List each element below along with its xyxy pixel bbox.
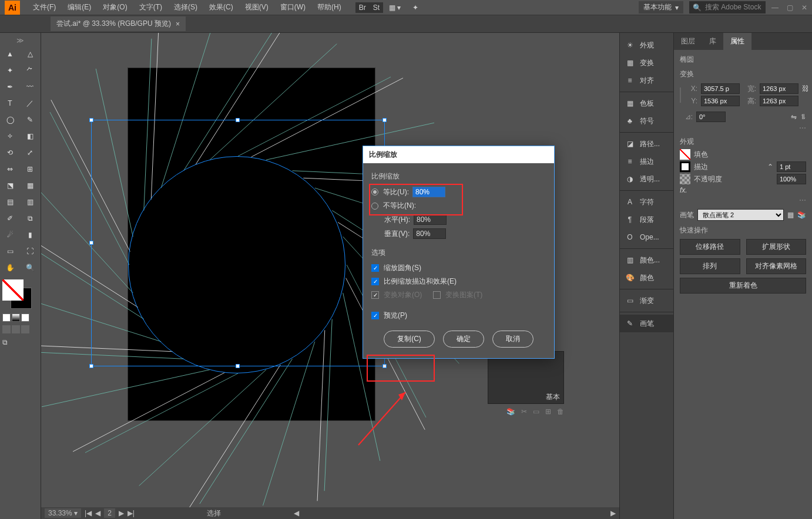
brush-tool[interactable]: ✎ <box>20 112 40 128</box>
brush-select[interactable]: 散点画笔 2 <box>697 209 784 221</box>
opacity-input[interactable] <box>777 174 806 184</box>
stock-button[interactable]: St <box>370 2 383 13</box>
ellipse-tool[interactable]: ◯ <box>0 112 20 128</box>
btn-ok[interactable]: 确定 <box>443 331 484 348</box>
menu-view[interactable]: 视图(V) <box>239 2 274 12</box>
dock-character[interactable]: A字符 <box>620 193 673 211</box>
nav-first-icon[interactable]: |◀ <box>85 509 92 517</box>
draw-inside-icon[interactable] <box>21 325 29 333</box>
line-tool[interactable]: ／ <box>20 95 40 112</box>
stroke-color-swatch[interactable] <box>680 161 690 172</box>
screen-mode-icon[interactable]: ⧉ <box>2 338 38 346</box>
handle-nw[interactable] <box>89 118 93 122</box>
options-icon[interactable]: ▭ <box>533 407 539 416</box>
opacity-swatch[interactable] <box>680 174 690 184</box>
library-icon[interactable]: 📚 <box>506 407 515 416</box>
perspective-tool[interactable]: ▦ <box>20 177 40 194</box>
tab-properties[interactable]: 属性 <box>723 33 751 50</box>
radio-nonuniform[interactable] <box>371 203 378 210</box>
dock-gradient[interactable]: ▭渐变 <box>620 292 673 309</box>
brush-panel-icon[interactable]: ▦ <box>787 211 794 219</box>
dock-brushes[interactable]: ✎画笔 <box>620 315 673 332</box>
appearance-more-icon[interactable]: ⋯ <box>680 196 806 204</box>
menu-select[interactable]: 选择(S) <box>168 2 203 12</box>
uniform-input[interactable] <box>412 187 445 197</box>
dock-colorguide[interactable]: ▥颜色... <box>620 251 673 269</box>
dock-pathfinder[interactable]: ◪路径... <box>620 135 673 153</box>
brushes-panel-flyout[interactable]: 基本 <box>488 351 564 404</box>
tab-libraries[interactable]: 库 <box>702 33 723 50</box>
artboard-num[interactable]: 2 <box>104 508 115 518</box>
tab-close-icon[interactable]: × <box>176 20 180 28</box>
shaper-tool[interactable]: ✧ <box>0 128 20 144</box>
btn-copy[interactable]: 复制(C) <box>384 331 435 348</box>
brush-lib-icon[interactable]: 📚 <box>797 211 806 219</box>
link-icon[interactable]: ⛓ <box>802 85 809 93</box>
handle-sw[interactable] <box>89 364 93 368</box>
btn-arrange[interactable]: 排列 <box>680 258 740 274</box>
gradient-tool[interactable]: ▥ <box>20 194 40 210</box>
y-input[interactable] <box>701 96 740 106</box>
nav-prev-icon[interactable]: ◀ <box>95 509 100 517</box>
btn-recolor[interactable]: 重新着色 <box>680 278 806 294</box>
dock-align[interactable]: ≡对齐 <box>620 72 673 89</box>
btn-align-pixel[interactable]: 对齐像素网格 <box>746 258 807 274</box>
minimize-button[interactable]: — <box>771 4 779 12</box>
chk-scale-strokes[interactable]: ✓ <box>371 278 379 285</box>
flip-h-icon[interactable]: ⇋ <box>791 113 797 121</box>
close-button[interactable]: ✕ <box>801 4 807 12</box>
stroke-input[interactable] <box>777 161 806 172</box>
handle-ne[interactable] <box>382 118 387 122</box>
fx-button[interactable]: fx. <box>680 186 687 194</box>
reference-point[interactable] <box>680 87 681 103</box>
search-stock-input[interactable]: 🔍 搜索 Adobe Stock <box>689 1 766 14</box>
pen-tool[interactable]: ✒ <box>0 79 20 95</box>
dock-color[interactable]: 🎨颜色 <box>620 269 673 287</box>
hand-tool[interactable]: ✋ <box>0 260 20 276</box>
direct-selection-tool[interactable]: △ <box>20 46 40 62</box>
lasso-tool[interactable]: ⺈ <box>20 62 40 79</box>
eraser-tool[interactable]: ◧ <box>20 128 40 144</box>
scale-tool[interactable]: ⤢ <box>20 144 40 161</box>
slice-tool[interactable]: ⛶ <box>20 243 40 260</box>
horiz-input[interactable] <box>414 214 447 225</box>
new-brush-icon[interactable]: ⊞ <box>545 407 551 416</box>
shape-builder-tool[interactable]: ⬔ <box>0 177 20 194</box>
btn-offset-path[interactable]: 位移路径 <box>680 239 740 255</box>
scroll-left-icon[interactable]: ◀ <box>294 509 299 517</box>
trash-icon[interactable]: 🗑 <box>557 407 564 416</box>
draw-normal-icon[interactable] <box>2 325 11 333</box>
handle-s[interactable] <box>236 364 240 368</box>
dock-opentype[interactable]: OOpe... <box>620 228 673 246</box>
draw-behind-icon[interactable] <box>12 325 20 333</box>
curvature-tool[interactable]: 〰 <box>20 79 40 95</box>
nav-last-icon[interactable]: ▶| <box>127 509 135 517</box>
btn-cancel[interactable]: 取消 <box>492 331 533 348</box>
arrange-docs-icon[interactable]: ▦ ▾ <box>383 4 407 12</box>
menu-object[interactable]: 对象(O) <box>97 2 133 12</box>
maximize-button[interactable]: ▢ <box>787 4 793 12</box>
free-transform-tool[interactable]: ⊞ <box>20 161 40 177</box>
zoom-dropdown[interactable]: 33.33% ▾ <box>45 508 81 518</box>
menu-edit[interactable]: 编辑(E) <box>62 2 97 12</box>
none-mode-icon[interactable] <box>21 314 29 322</box>
handle-n[interactable] <box>236 118 240 122</box>
eyedropper-tool[interactable]: ✐ <box>0 210 20 227</box>
bridge-button[interactable]: Br <box>355 2 370 13</box>
document-tab[interactable]: 尝试.ai* @ 33.33% (RGB/GPU 预览) × <box>51 16 186 31</box>
rotate-tool[interactable]: ⟲ <box>0 144 20 161</box>
dock-transform[interactable]: ▦变换 <box>620 54 673 72</box>
vert-input[interactable] <box>413 228 446 239</box>
h-input[interactable] <box>760 96 798 106</box>
type-tool[interactable]: T <box>0 95 20 112</box>
dock-symbols[interactable]: ♣符号 <box>620 112 673 130</box>
flip-v-icon[interactable]: ⥮ <box>800 113 806 121</box>
magic-wand-tool[interactable]: ✦ <box>0 62 20 79</box>
fill-stroke-swatches[interactable]: ⧉ <box>0 276 41 350</box>
nav-next-icon[interactable]: ▶ <box>119 509 124 517</box>
fill-color-swatch[interactable] <box>680 149 690 160</box>
scroll-right-icon[interactable]: ▶ <box>610 509 616 517</box>
dock-appearance[interactable]: ☀外观 <box>620 36 673 54</box>
stroke-stepper[interactable]: ⌃ <box>767 163 773 171</box>
mesh-tool[interactable]: ▤ <box>0 194 20 210</box>
